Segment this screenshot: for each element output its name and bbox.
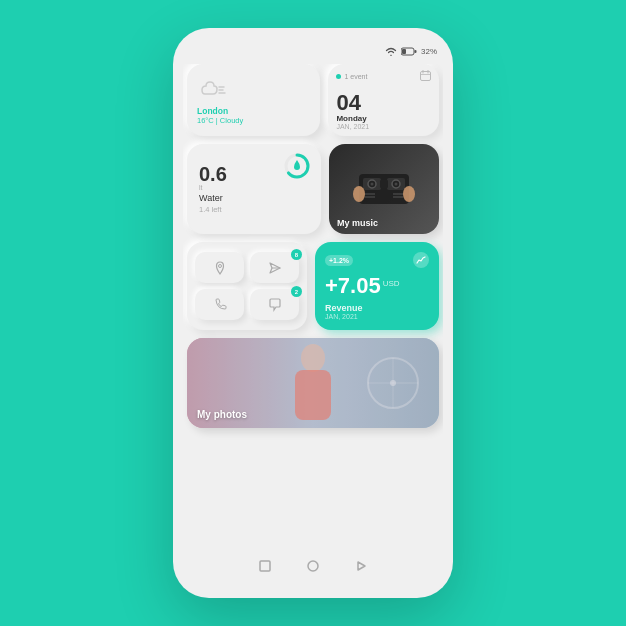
svg-point-16 xyxy=(371,183,374,186)
svg-marker-38 xyxy=(358,562,365,570)
location-button[interactable] xyxy=(195,252,244,283)
svg-point-25 xyxy=(403,186,415,202)
location-icon xyxy=(213,261,227,275)
battery-text: 32% xyxy=(421,47,437,56)
calendar-dayname: Monday xyxy=(336,114,431,123)
svg-rect-19 xyxy=(380,180,388,188)
circle-icon xyxy=(306,559,320,573)
phone-button[interactable] xyxy=(195,289,244,320)
revenue-month: JAN, 2021 xyxy=(325,313,429,320)
svg-rect-1 xyxy=(414,50,416,53)
music-card[interactable]: My music xyxy=(329,144,439,234)
send-button[interactable]: 8 xyxy=(250,252,299,283)
chat-badge: 2 xyxy=(291,286,302,297)
nav-forward-button[interactable] xyxy=(351,556,371,576)
photos-label: My photos xyxy=(197,409,247,420)
revenue-change: +1.2% xyxy=(325,255,353,266)
revenue-label: Revenue xyxy=(325,303,429,313)
row-weather-calendar: London 16°C | Cloudy 1 event xyxy=(187,64,439,136)
graph-icon xyxy=(416,255,426,265)
water-left: 1.4 left xyxy=(199,205,309,214)
chat-icon xyxy=(268,298,282,312)
phone-frame: 32% London 16°C | Cloudy xyxy=(173,28,453,598)
revenue-top: +1.2% xyxy=(325,252,429,268)
nav-home-button[interactable] xyxy=(303,556,323,576)
phone-content: London 16°C | Cloudy 1 event xyxy=(183,64,443,548)
nav-back-button[interactable] xyxy=(255,556,275,576)
app-icons-card: 8 2 xyxy=(187,242,307,330)
event-dot xyxy=(336,74,341,79)
calendar-day: 04 xyxy=(336,92,431,114)
wifi-icon xyxy=(385,42,397,60)
square-icon xyxy=(258,559,272,573)
chat-button[interactable]: 2 xyxy=(250,289,299,320)
calendar-month: JAN, 2021 xyxy=(336,123,431,130)
send-badge: 8 xyxy=(291,249,302,260)
revenue-amount: +7.05 xyxy=(325,273,381,298)
svg-point-24 xyxy=(353,186,365,202)
revenue-icon xyxy=(413,252,429,268)
svg-rect-2 xyxy=(402,49,406,54)
music-label: My music xyxy=(337,218,378,228)
cloud-icon xyxy=(197,76,231,102)
svg-rect-36 xyxy=(260,561,270,571)
svg-point-18 xyxy=(395,183,398,186)
revenue-amount-row: +7.05USD xyxy=(325,275,429,297)
row-water-music: 0.6 lt Water 1.4 left xyxy=(187,144,439,234)
battery-icon xyxy=(401,42,417,60)
triangle-icon xyxy=(354,559,368,573)
row-icons-revenue: 8 2 xyxy=(187,242,439,330)
phone-icon xyxy=(213,298,227,312)
svg-rect-6 xyxy=(421,72,431,81)
revenue-card[interactable]: +1.2% +7.05USD Revenue JAN, 2021 xyxy=(315,242,439,330)
calendar-card[interactable]: 1 event 04 Monday JAN, 2021 xyxy=(328,64,439,136)
event-count: 1 event xyxy=(344,73,367,80)
water-ring xyxy=(283,152,311,180)
water-label: Water xyxy=(199,193,309,203)
water-unit: lt xyxy=(199,184,309,191)
status-bar: 32% xyxy=(183,40,443,64)
event-indicator: 1 event xyxy=(336,73,367,80)
send-icon xyxy=(268,261,282,275)
photos-card[interactable]: My photos xyxy=(187,338,439,428)
weather-icon-area xyxy=(197,76,310,102)
boombox-icon xyxy=(349,154,419,224)
weather-card[interactable]: London 16°C | Cloudy xyxy=(187,64,320,136)
weather-desc: 16°C | Cloudy xyxy=(197,116,310,125)
weather-city: London xyxy=(197,106,310,116)
revenue-currency: USD xyxy=(383,279,400,288)
water-card[interactable]: 0.6 lt Water 1.4 left xyxy=(187,144,321,234)
svg-point-26 xyxy=(218,264,221,267)
bottom-navigation xyxy=(183,548,443,580)
calendar-top: 1 event xyxy=(336,70,431,83)
calendar-icon xyxy=(420,70,431,83)
svg-point-37 xyxy=(308,561,318,571)
